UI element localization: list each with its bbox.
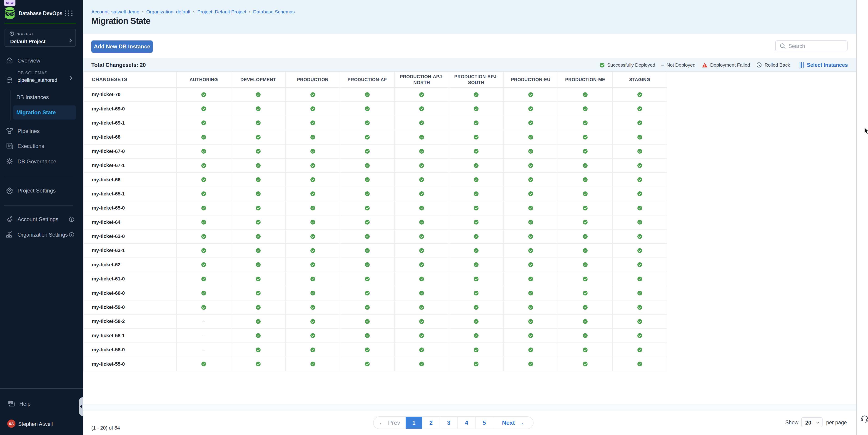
svg-text:?: ? — [10, 401, 11, 404]
